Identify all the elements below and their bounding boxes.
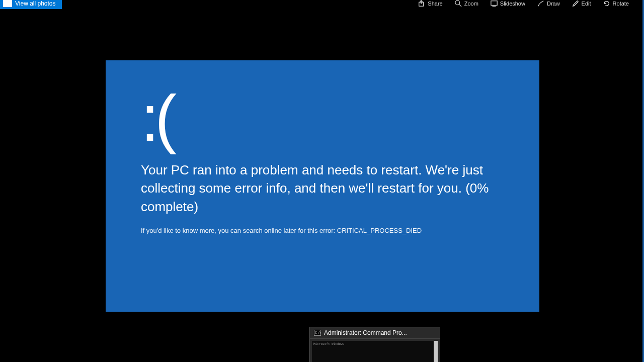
- photos-icon: [3, 0, 12, 7]
- edit-button[interactable]: Edit: [572, 0, 591, 7]
- bsod-screenshot-image: :( Your PC ran into a problem and needs …: [106, 60, 539, 312]
- view-all-photos-button[interactable]: View all photos: [0, 0, 62, 9]
- photo-viewer-toolbar: View all photos Share Zoom Slideshow Dra…: [0, 0, 644, 10]
- preview-scrollbar: [434, 341, 438, 362]
- share-button[interactable]: Share: [418, 0, 442, 7]
- preview-titlebar: C:\ Administrator: Command Pro...: [310, 327, 440, 339]
- command-prompt-icon: C:\: [314, 330, 321, 336]
- slideshow-icon: [491, 0, 498, 7]
- draw-button[interactable]: Draw: [537, 0, 560, 7]
- sad-face-icon: :(: [141, 85, 504, 151]
- rotate-button[interactable]: Rotate: [603, 0, 629, 7]
- draw-label: Draw: [547, 1, 560, 7]
- slideshow-button[interactable]: Slideshow: [491, 0, 525, 7]
- draw-icon: [537, 0, 544, 7]
- svg-line-2: [459, 5, 461, 7]
- rotate-icon: [603, 0, 610, 7]
- bsod-error-detail: If you'd like to know more, you can sear…: [141, 227, 504, 234]
- view-all-label: View all photos: [15, 0, 56, 7]
- edit-label: Edit: [582, 1, 591, 7]
- zoom-button[interactable]: Zoom: [455, 0, 478, 7]
- rotate-label: Rotate: [613, 1, 629, 7]
- svg-point-1: [455, 1, 460, 5]
- edit-icon: [572, 0, 579, 7]
- svg-rect-3: [491, 1, 497, 6]
- taskbar-preview-command-prompt[interactable]: C:\ Administrator: Command Pro... Micros…: [309, 327, 440, 362]
- zoom-label: Zoom: [464, 1, 478, 7]
- share-label: Share: [428, 1, 442, 7]
- preview-console-text: Microsoft Windows: [312, 341, 438, 347]
- bsod-message: Your PC ran into a problem and needs to …: [141, 161, 504, 216]
- preview-body: Microsoft Windows: [312, 341, 438, 362]
- photo-display-area: :( Your PC ran into a problem and needs …: [9, 10, 639, 362]
- zoom-icon: [455, 0, 462, 7]
- slideshow-label: Slideshow: [500, 1, 525, 7]
- preview-title-text: Administrator: Command Pro...: [324, 329, 407, 336]
- toolbar-actions: Share Zoom Slideshow Draw Edit Rotate: [418, 0, 644, 7]
- share-icon: [418, 0, 425, 7]
